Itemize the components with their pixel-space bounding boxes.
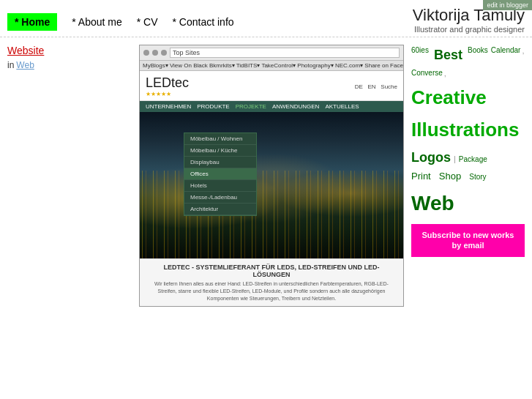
- ledtec-right-controls: DE EN Suche: [355, 83, 397, 90]
- tag-package[interactable]: Package: [459, 154, 487, 165]
- logo-bold: LED: [146, 75, 171, 90]
- navigation: * Home * About me * CV * Contact info: [7, 7, 234, 31]
- header: * Home * About me * CV * Contact info Vi…: [0, 0, 532, 37]
- tag-best[interactable]: Best: [434, 45, 462, 66]
- main-content: Website inWeb Top Sites MyBlogs▾ View On…: [0, 37, 532, 314]
- left-column: Website inWeb: [7, 45, 132, 307]
- browser-screenshot: Top Sites MyBlogs▾ View On Black Bkmrkit…: [139, 45, 404, 307]
- tag-shop[interactable]: Shop: [439, 169, 461, 184]
- tag-sep-4: ,: [444, 67, 446, 81]
- browser-dot-2: [152, 50, 158, 56]
- ledtec-header: LEDtec ★★★★★ DE EN Suche: [140, 71, 403, 101]
- website-link[interactable]: Website: [7, 45, 132, 56]
- dropdown-menu: Möbelbau / Wohnen Möbelbau / Küche Displ…: [184, 133, 257, 216]
- ledtec-logo-block: LEDtec ★★★★★: [146, 75, 189, 97]
- tag-logos[interactable]: Logos: [411, 147, 451, 168]
- site-subtitle: Illustrator and graphic designer: [413, 25, 525, 34]
- ledtec-nav-item-5[interactable]: AKTUELLES: [325, 103, 359, 110]
- browser-toolbar: MyBlogs▾ View On Black Bkmrkits▾ TidBITS…: [140, 61, 403, 71]
- right-column: 60ies Best Books Calendar , Converse , C…: [411, 45, 525, 307]
- browser-dot-1: [143, 50, 149, 56]
- nav-about[interactable]: * About me: [72, 16, 122, 28]
- browser-dot-3: [161, 50, 167, 56]
- tag-sep-2: [464, 45, 466, 66]
- nav-cv[interactable]: * CV: [137, 16, 158, 28]
- logo-light: tec: [171, 75, 189, 90]
- tag-print[interactable]: Print: [411, 169, 431, 184]
- nav-home[interactable]: * Home: [7, 13, 57, 31]
- dropdown-item-5[interactable]: Hotels: [184, 180, 256, 192]
- tag-illustrations[interactable]: Illustrations: [411, 115, 519, 146]
- subscribe-button[interactable]: Subscribe to new works by email: [411, 224, 525, 257]
- in-label: in: [7, 60, 14, 70]
- dropdown-item-3[interactable]: Displaybau: [184, 157, 256, 168]
- tag-web[interactable]: Web: [411, 192, 454, 215]
- ledtec-stars: ★★★★★: [146, 91, 189, 97]
- edit-corner[interactable]: edit in blogger: [483, 0, 532, 10]
- dropdown-item-1[interactable]: Möbelbau / Wohnen: [184, 133, 256, 145]
- ledtec-nav-item-1[interactable]: UNTERNEHMEN: [146, 103, 191, 110]
- tag-converse[interactable]: Converse: [411, 67, 443, 81]
- ledtec-nav-item-3[interactable]: PROJEKTE: [236, 103, 266, 110]
- ledtec-logo: LEDtec: [146, 75, 189, 91]
- tag-cloud: 60ies Best Books Calendar , Converse , C…: [411, 45, 525, 220]
- ledtec-content: Möbelbau / Wohnen Möbelbau / Küche Displ…: [140, 112, 403, 258]
- ledtec-nav: UNTERNEHMEN PRODUKTE PROJEKTE ANWENDUNGE…: [140, 101, 403, 112]
- tag-calendar[interactable]: Calendar: [491, 45, 521, 66]
- ledtec-nav-item-4[interactable]: ANWENDUNGEN: [272, 103, 319, 110]
- tag-sep-3: ,: [522, 45, 524, 66]
- dropdown-item-2[interactable]: Möbelbau / Küche: [184, 145, 256, 157]
- tag-books[interactable]: Books: [468, 45, 488, 66]
- tag-sep-6: [434, 171, 436, 184]
- tag-creative[interactable]: Creative: [411, 83, 487, 113]
- tag-sep-1: [430, 45, 432, 66]
- ledtec-footer: LEDTEC - SYSTEMLIEFERANT FÜR LEDS, LED-S…: [140, 258, 403, 306]
- browser-url-bar[interactable]: Top Sites: [170, 48, 400, 58]
- dropdown-item-4[interactable]: Offices: [184, 168, 256, 180]
- dropdown-item-6[interactable]: Messe-/Ladenbau: [184, 192, 256, 204]
- city-background-image: [140, 112, 403, 258]
- tag-sep-5: |: [454, 153, 456, 166]
- ledtec-footer-text: Wir liefern Ihnen alles aus einer Hand: …: [146, 280, 397, 302]
- ledtec-nav-item-2[interactable]: PRODUKTE: [197, 103, 229, 110]
- center-column: Top Sites MyBlogs▾ View On Black Bkmrkit…: [139, 45, 404, 307]
- ledtec-footer-title: LEDTEC - SYSTEMLIEFERANT FÜR LEDS, LED-S…: [146, 264, 397, 278]
- web-category-link[interactable]: Web: [16, 60, 34, 70]
- tag-60ies[interactable]: 60ies: [411, 45, 429, 66]
- tag-story[interactable]: Story: [469, 171, 486, 183]
- dropdown-item-7[interactable]: Architektur: [184, 204, 256, 215]
- tag-sep-7: [464, 171, 466, 184]
- browser-chrome: Top Sites: [140, 45, 403, 61]
- nav-contact[interactable]: * Contact info: [173, 16, 234, 28]
